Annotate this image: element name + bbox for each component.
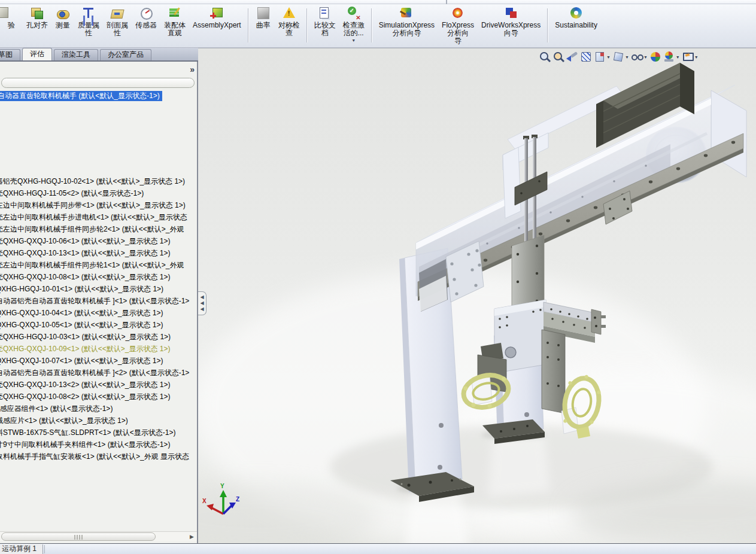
tree-item[interactable]: 壳QXHG-QXQJ-10-09<1> (默认<<默认>_显示状态 1>) [0,343,189,355]
section-properties-button[interactable]: 剖面属 性 ▼ [107,6,128,37]
toolbar-items: 验 ▼ 孔对齐 ▼ 测量 ▼ 质量属 性 ▼ 剖面属 性 ▼ [0,6,601,45]
assemblyxpert-button[interactable]: AssemblyXpert ▼ [193,6,241,29]
tab-office-products[interactable]: 办公室产品 [100,49,151,60]
view-orientation-button[interactable]: ▼ [594,51,611,63]
view-settings-icon [682,51,694,63]
floxpress-icon [450,6,466,21]
tree-item[interactable]: 器铝壳QXHG-HGQJ-10-02<1> (默认<<默认>_显示状态 1>) [0,175,189,187]
zoom-to-area-button[interactable]: ▼ [552,51,564,63]
panel-horizontal-scrollbar[interactable]: ▶ [0,531,197,541]
tree-item[interactable]: 自动器铝壳自动器直齿轮取料机械手 ]<2> (默认<显示状态-1> [0,367,189,379]
curvature-icon [256,6,271,21]
measure-button[interactable]: 测量 ▼ [55,6,71,29]
tree-item[interactable]: 1感应器组件<1> (默认<显示状态-1>) [0,403,189,415]
section-view-icon [580,51,592,63]
section-view-button[interactable]: ▼ [580,51,592,63]
tree-item[interactable]: 壳QXHG-QXQJ-10-13<2> (默认<<默认>_显示状态 1>) [0,379,189,391]
driveworksxpress-icon [503,6,519,21]
floxpress-button[interactable]: FloXpress 分析向 导 ▼ [442,6,474,45]
tree-item[interactable]: 寸9寸中间取料机械手夹料组件<1> (默认<显示状态-1>) [0,439,189,450]
zoom-to-area-icon [552,51,564,63]
tree-item[interactable]: 左边中间取料机械手同步带<1> (默认<<默认>_显示状态 1>) [0,199,189,211]
tab-render-tools[interactable]: 渲染工具 [54,49,98,60]
assembly-root-item[interactable]: 自动器直齿轮取料机械手 (默认<默认_显示状态-1>) [0,91,162,101]
scrollbar-right-arrow-icon[interactable]: ▶ [188,533,196,541]
tree-item[interactable]: QXHG-QXQJ-10-07<1> (默认<<默认>_显示状态 1>) [0,355,189,367]
simulationxpress-button[interactable]: SimulationXpress 分析向导 ▼ [379,6,435,37]
view-settings-button[interactable]: ▼ [682,51,699,63]
tree-item[interactable]: 壳左边中间取料机械手步进电机<1> (默认<<默认>_显示状态 [0,211,189,223]
compare-documents-icon [317,6,333,21]
apply-scene-icon [663,51,675,63]
tree-item[interactable]: QXHG-QXQJ-10-04<1> (默认<<默认>_显示状态 1>) [0,307,189,319]
sensor-icon [138,6,154,21]
model-canvas[interactable]: X Y Z [198,48,756,543]
tree-item[interactable]: 械感应片<1> (默认<<默认>_显示状态 1>) [0,415,189,427]
sustainability-button[interactable]: Sustainability ▼ [555,6,597,29]
tree-item[interactable]: 壳QXHG-HGQJ-10-03<1> (默认<<默认>_显示状态 1>) [0,331,189,343]
check-active-icon [346,6,362,21]
tree-item[interactable]: QXHG-QXQJ-10-05<1> (默认<<默认>_显示状态 1>) [0,319,189,331]
status-bar-separator [44,545,45,553]
feature-manager-panel: » 自动器直齿轮取料机械手 (默认<默认_显示状态-1>) 器铝壳QXHG-HG… [0,62,198,543]
dropdown-arrow-icon: ▼ [625,55,629,59]
menu-bar-strip [0,0,756,4]
hide-show-items-button[interactable]: ▼ [631,51,648,63]
display-style-button[interactable]: ▼ [612,51,629,63]
tab-sketch[interactable]: 草图 [0,49,20,60]
dropdown-arrow-icon: ▼ [643,55,648,59]
triad-y-label: Y [220,483,224,489]
mass-properties-button[interactable]: 质量属 性 ▼ [78,6,99,37]
examine-button[interactable]: 验 ▼ [4,6,19,29]
assembly-visualization-button[interactable]: 装配体 直观 ▼ [164,6,186,37]
hole-align-icon [29,6,45,21]
curvature-button[interactable]: 曲率 ▼ [256,6,271,29]
solidworks-window: 验 ▼ 孔对齐 ▼ 测量 ▼ 质量属 性 ▼ 剖面属 性 ▼ [0,0,756,554]
driveworksxpress-button[interactable]: DriveWorksXpress 向导 ▼ [481,6,541,37]
tab-evaluate[interactable]: 评估 [22,48,52,60]
dropdown-arrow-icon: ▼ [351,38,356,42]
motion-study-tab[interactable]: 运动算例 1 [0,544,43,554]
symmetry-check-button[interactable]: 对称检 查 ▼ [278,6,300,37]
panel-splitter[interactable]: ◀ ◀ ◀ [198,291,207,315]
tree-item[interactable]: 壳QXHG-QXQJ-10-06<1> (默认<<默认>_显示状态 1>) [0,235,189,247]
graphics-viewport[interactable]: X Y Z ▼ ▼ ▼ ▼ [198,48,756,543]
scrollbar-thumb[interactable] [1,532,156,541]
assembly-visualization-icon [167,6,183,21]
tree-item[interactable]: 料STWB-16X75-S气缸.SLDPRT<1> (默认<显示状态-1>) [0,427,189,439]
tree-item[interactable]: 自动器铝壳自动器直齿轮取料机械手 ]<1> (默认<显示状态-1> [0,295,189,307]
toolbar-separator: ▼ [371,8,372,42]
feature-tree-filter-box[interactable] [1,78,195,88]
tree-item[interactable]: 壳QXHG-QXQJ-10-13<1> (默认<<默认>_显示状态 1>) [0,247,189,259]
edit-appearance-button[interactable]: ▼ [649,51,661,63]
tree-item[interactable]: 取料机械手手指气缸安装板<1> (默认<<默认>_外观 显示状态 [0,450,189,462]
compare-documents-button[interactable]: 比较文 档 ▼ [314,6,336,37]
sustainability-icon [569,6,584,21]
feature-tree: 器铝壳QXHG-HGQJ-10-02<1> (默认<<默认>_显示状态 1>)壳… [0,175,189,462]
tree-item[interactable]: QXHG-HGQJ-10-01<1> (默认<<默认>_显示状态 1>) [0,283,189,295]
assemblyxpert-icon [209,6,224,21]
panel-expand-chevron-icon[interactable]: » [190,65,195,74]
previous-view-button[interactable]: ▼ [566,51,578,63]
measure-icon [55,6,71,21]
exam-icon [4,6,19,21]
view-orientation-icon [594,51,606,63]
toolbar-separator: ▼ [547,8,548,42]
tree-item[interactable]: 壳左边中间取料机械手组件同步轮1<1> (默认<<默认>_外观 [0,259,189,271]
hole-alignment-button[interactable]: 孔对齐 ▼ [26,6,48,29]
tree-item[interactable]: 壳QXHG-HGQJ-11-05<2> (默认<显示状态-1>) [0,187,189,199]
zoom-to-fit-button[interactable]: ▼ [539,51,551,63]
zoom-to-fit-icon [539,51,551,63]
tree-item[interactable]: 壳左边中间取料机械手组件同步轮2<1> (默认<<默认>_外观 [0,223,189,235]
apply-scene-button[interactable]: ▼ [663,51,680,63]
tree-item[interactable]: 壳QXHG-QXQJ-10-08<1> (默认<<默认>_显示状态 1>) [0,271,189,283]
triad-x-label: X [202,498,207,504]
assembly-root-label: 自动器直齿轮取料机械手 (默认<默认_显示状态-1>) [0,91,162,101]
dropdown-arrow-icon: ▼ [694,55,699,59]
sensor-button[interactable]: 传感器 ▼ [135,6,157,29]
section-properties-icon [110,6,125,21]
check-active-button[interactable]: 检查激 活的... ▼ [343,6,365,42]
command-manager-toolbar: 验 ▼ 孔对齐 ▼ 测量 ▼ 质量属 性 ▼ 剖面属 性 ▼ [0,4,756,48]
tree-item[interactable]: 壳QXHG-QXQJ-10-08<2> (默认<<默认>_显示状态 1>) [0,391,189,403]
edit-appearance-icon [649,51,661,63]
